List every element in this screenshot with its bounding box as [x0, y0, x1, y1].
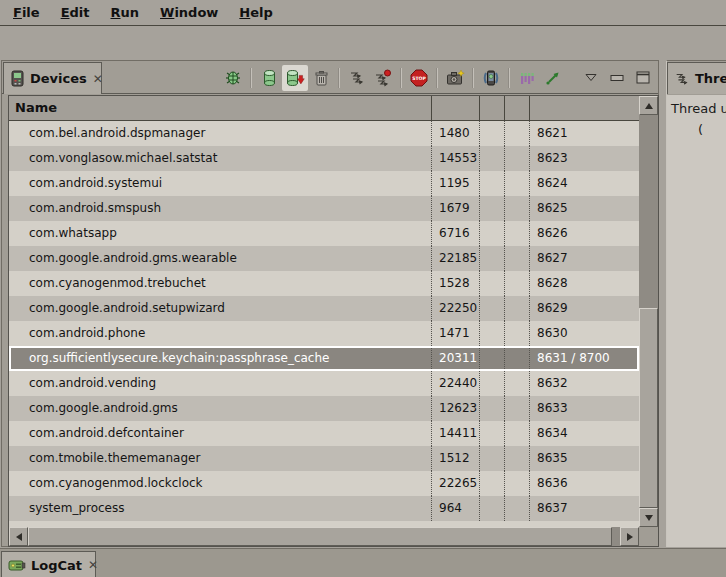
threads-content: Thread up (: [667, 95, 726, 547]
cell-port: 8637: [529, 496, 639, 521]
device-row[interactable]: com.bel.android.dspmanager14808621: [9, 121, 639, 146]
column-header-blank1[interactable]: [479, 96, 504, 120]
threads-tabbar: Threads: [667, 61, 726, 94]
cell-port: 8635: [529, 446, 639, 471]
cell-c3: [479, 196, 504, 221]
tab-devices[interactable]: Devices ✕: [3, 62, 102, 94]
column-header-blank2[interactable]: [504, 96, 529, 120]
cell-c4: [504, 296, 529, 321]
view-menu-icon[interactable]: [578, 65, 604, 91]
cell-port: 8624: [529, 171, 639, 196]
device-row[interactable]: com.google.android.gms.wearable221858627: [9, 246, 639, 271]
screen-capture-icon[interactable]: [442, 65, 468, 91]
cell-c3: [479, 121, 504, 146]
menu-help[interactable]: Help: [236, 3, 275, 22]
device-row[interactable]: com.google.android.setupwizard222508629: [9, 296, 639, 321]
dump-hprof-icon[interactable]: [282, 65, 308, 91]
dump-view-hierarchy-icon[interactable]: [478, 65, 504, 91]
update-threads-icon[interactable]: [344, 65, 370, 91]
tab-logcat[interactable]: LogCat ✕: [1, 551, 96, 577]
device-row[interactable]: com.whatsapp67168626: [9, 221, 639, 246]
cell-pid: 1512: [431, 446, 479, 471]
cell-c3: [479, 246, 504, 271]
column-header-pid[interactable]: [431, 96, 479, 120]
device-row[interactable]: com.google.android.gms126238633: [9, 396, 639, 421]
scroll-right-button[interactable]: [620, 527, 639, 546]
device-row[interactable]: com.android.defcontainer144118634: [9, 421, 639, 446]
cell-c4: [504, 346, 529, 371]
cell-c4: [504, 446, 529, 471]
cell-port: 8632: [529, 371, 639, 396]
vertical-scrollbar[interactable]: [639, 96, 658, 527]
cell-name: com.whatsapp: [9, 221, 431, 246]
device-table-body: com.bel.android.dspmanager14808621com.vo…: [9, 121, 639, 521]
horizontal-scroll-thumb[interactable]: [28, 527, 612, 546]
cell-name: com.cyanogenmod.trebuchet: [9, 271, 431, 296]
update-heap-icon[interactable]: [256, 65, 282, 91]
device-row[interactable]: com.tmobile.thememanager15128635: [9, 446, 639, 471]
cell-name: com.google.android.setupwizard: [9, 296, 431, 321]
cell-port: 8633: [529, 396, 639, 421]
minimize-icon[interactable]: [604, 65, 630, 91]
devices-view: Devices ✕: [1, 60, 659, 547]
cell-pid: 1679: [431, 196, 479, 221]
horizontal-scrollbar[interactable]: [9, 527, 639, 546]
threads-message-line1: Thread up: [671, 101, 726, 116]
scroll-up-button[interactable]: [639, 96, 658, 115]
cell-port: 8629: [529, 296, 639, 321]
device-row[interactable]: system_process9648637: [9, 496, 639, 521]
cell-port: 8634: [529, 421, 639, 446]
menu-file[interactable]: File: [10, 3, 43, 22]
device-table-header: Name: [9, 96, 639, 121]
device-row[interactable]: com.android.smspush16798625: [9, 196, 639, 221]
scroll-down-button[interactable]: [639, 508, 658, 527]
cell-port: 8621: [529, 121, 639, 146]
stop-process-icon[interactable]: STOP: [406, 65, 432, 91]
vertical-scroll-thumb[interactable]: [639, 308, 658, 508]
device-row-selected[interactable]: org.sufficientlysecure.keychain:passphra…: [9, 346, 639, 371]
cell-c3: [479, 421, 504, 446]
cell-name: com.android.vending: [9, 371, 431, 396]
cell-pid: 1195: [431, 171, 479, 196]
device-row[interactable]: com.android.phone14718630: [9, 321, 639, 346]
cell-c4: [504, 496, 529, 521]
cell-name: com.bel.android.dspmanager: [9, 121, 431, 146]
cell-pid: 6716: [431, 221, 479, 246]
column-header-name[interactable]: Name: [9, 96, 431, 120]
start-method-profiling-icon[interactable]: [370, 65, 396, 91]
device-row[interactable]: com.android.vending224408632: [9, 371, 639, 396]
cause-gc-icon[interactable]: [308, 65, 334, 91]
menu-edit[interactable]: Edit: [58, 3, 93, 22]
empty-toolbar-strip: [0, 27, 726, 59]
cell-port: 8630: [529, 321, 639, 346]
close-icon[interactable]: ✕: [93, 73, 103, 85]
cell-c3: [479, 471, 504, 496]
device-row[interactable]: com.cyanogenmod.trebuchet15288628: [9, 271, 639, 296]
ddms-window: File Edit Run Window Help Devices ✕: [0, 0, 726, 577]
panel-sash[interactable]: [659, 60, 666, 547]
maximize-icon[interactable]: [630, 65, 656, 91]
cell-c3: [479, 296, 504, 321]
cell-name: com.cyanogenmod.lockclock: [9, 471, 431, 496]
cell-port: 8631 / 8700: [529, 346, 639, 371]
cell-c4: [504, 396, 529, 421]
tab-devices-label: Devices: [30, 71, 87, 86]
device-row[interactable]: com.vonglasow.michael.satstat145538623: [9, 146, 639, 171]
scroll-left-button[interactable]: [9, 527, 28, 546]
threads-message-line2: (: [698, 122, 703, 137]
cell-c3: [479, 346, 504, 371]
menu-window[interactable]: Window: [157, 3, 221, 22]
device-row[interactable]: com.android.systemui11958624: [9, 171, 639, 196]
column-header-port[interactable]: [529, 96, 639, 120]
device-row[interactable]: com.cyanogenmod.lockclock222658636: [9, 471, 639, 496]
cell-pid: 964: [431, 496, 479, 521]
close-icon[interactable]: ✕: [88, 559, 98, 571]
menu-run[interactable]: Run: [108, 3, 143, 22]
cell-c4: [504, 371, 529, 396]
tab-threads[interactable]: Threads: [667, 62, 726, 94]
debug-attach-icon[interactable]: [220, 65, 246, 91]
start-opengl-trace-icon[interactable]: [540, 65, 566, 91]
cell-pid: 22185: [431, 246, 479, 271]
capture-systrace-icon[interactable]: [514, 65, 540, 91]
cell-name: com.android.systemui: [9, 171, 431, 196]
